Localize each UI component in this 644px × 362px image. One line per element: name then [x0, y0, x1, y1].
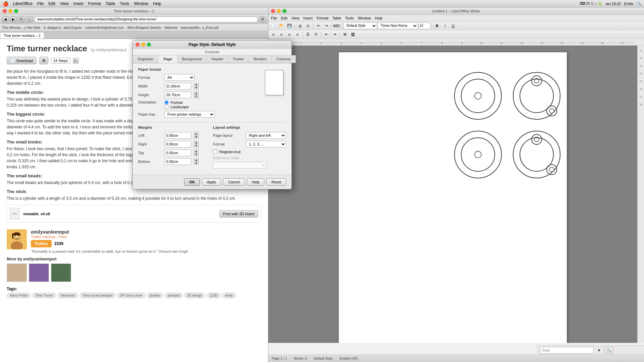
ok-button[interactable]: OK [184, 178, 200, 186]
tab-page[interactable]: Page [159, 55, 177, 63]
portrait-radio[interactable] [164, 100, 169, 105]
left-spinner[interactable]: ▲▼ [194, 132, 199, 139]
apply-button[interactable]: Apply [202, 178, 221, 186]
divider-1 [138, 122, 286, 123]
register-true-row: Register-true [213, 149, 286, 154]
menu-view[interactable]: View [60, 1, 69, 6]
landscape-radio[interactable] [164, 105, 169, 109]
dialog-close-btn[interactable] [136, 43, 140, 47]
bottom-input[interactable] [164, 158, 191, 165]
dialog-subtitle: Footnote [133, 49, 291, 55]
help-button[interactable]: Help [247, 178, 265, 186]
dialog-body: Paper format Format A4 Width ▲▼ [133, 63, 291, 175]
menu-bar-user: Emily [624, 2, 633, 6]
tab-organizer[interactable]: Organizer [133, 55, 159, 63]
menu-tools[interactable]: Tools [120, 1, 129, 6]
reset-button[interactable]: Reset [266, 178, 286, 186]
menu-format[interactable]: Format [88, 1, 101, 6]
format-label: Format [138, 75, 162, 79]
apple-logo-icon[interactable]: 🍎 [3, 1, 8, 6]
paper-format-label: Paper format [138, 67, 286, 71]
left-input[interactable] [164, 132, 191, 139]
dialog-buttons: OK Apply Cancel Help Reset [133, 175, 291, 189]
layout-format-select[interactable]: 1, 2, 3, ... [246, 141, 286, 147]
menu-bar-time: wo 16:22 [606, 2, 621, 6]
menu-libreoffice[interactable]: LibreOffice [13, 1, 33, 6]
tab-borders[interactable]: Borders [249, 55, 272, 63]
right-label: Right [138, 142, 162, 146]
menu-insert[interactable]: Insert [73, 1, 84, 6]
bottom-spinner[interactable]: ▲▼ [194, 158, 199, 165]
layout-format-label: Format [213, 142, 243, 146]
page-preview [265, 70, 283, 95]
spotlight-icon[interactable]: 🔍 [637, 1, 641, 6]
menu-help[interactable]: Help [153, 1, 161, 6]
portrait-label: Portrait [171, 101, 182, 105]
bottom-label: Bottom [138, 160, 162, 164]
reference-style-label: Reference Style [213, 156, 243, 160]
menu-bar-icons: ⌨ ☊ ⬡ ♪ 🔋 [580, 1, 603, 6]
dialog-overlay: Page Style: Default Style Footnote Organ… [0, 0, 644, 362]
top-label: Top [138, 151, 162, 155]
landscape-label: Landscape [171, 105, 189, 109]
page-layout-label: Page layout [213, 133, 243, 137]
menu-table[interactable]: Table [106, 1, 115, 6]
portrait-radio-row: Portrait [164, 100, 189, 105]
paper-tray-label: Paper tray [138, 112, 162, 116]
tab-background[interactable]: Background [177, 55, 207, 63]
dialog-titlebar: Page Style: Default Style [133, 41, 291, 49]
dialog-maximize-btn[interactable] [147, 43, 151, 47]
width-label: Width [138, 84, 162, 88]
cancel-button[interactable]: Cancel [223, 178, 245, 186]
reference-style-select [213, 162, 267, 169]
dialog-tabs: Organizer Page Background Header Footer … [133, 55, 291, 63]
layout-settings-label: Layout settings [213, 125, 286, 129]
paper-tray-select[interactable]: From printer settings [164, 111, 215, 118]
tab-columns[interactable]: Columns [272, 55, 296, 63]
mac-menu-bar: 🍎 LibreOffice File Edit View Insert Form… [0, 0, 644, 7]
right-input[interactable] [164, 141, 191, 147]
width-input[interactable] [164, 83, 191, 89]
margins-label: Margins [138, 125, 206, 129]
dialog-title: Page Style: Default Style [189, 42, 236, 47]
register-true-label: Register-true [219, 150, 241, 154]
height-input[interactable] [164, 92, 191, 98]
page-layout-select[interactable]: Right and left [246, 132, 286, 139]
format-select[interactable]: A4 [164, 74, 195, 81]
tab-header[interactable]: Header [207, 55, 228, 63]
height-label: Height [138, 93, 162, 97]
tab-footer[interactable]: Footer [228, 55, 249, 63]
landscape-radio-row: Landscape [164, 105, 189, 109]
top-spinner[interactable]: ▲▼ [194, 149, 199, 156]
menu-edit[interactable]: Edit [48, 1, 55, 6]
menu-file[interactable]: File [37, 1, 44, 6]
width-spinner[interactable]: ▲▼ [194, 83, 199, 89]
orientation-label: Orientation [138, 100, 162, 104]
register-true-checkbox[interactable] [213, 149, 217, 154]
height-spinner[interactable]: ▲▼ [194, 92, 199, 98]
dialog-minimize-btn[interactable] [141, 43, 145, 47]
menu-window[interactable]: Window [134, 1, 148, 6]
top-input[interactable] [164, 149, 191, 156]
left-label: Left [138, 133, 162, 137]
page-style-dialog: Page Style: Default Style Footnote Organ… [132, 40, 292, 189]
right-spinner[interactable]: ▲▼ [194, 141, 199, 147]
